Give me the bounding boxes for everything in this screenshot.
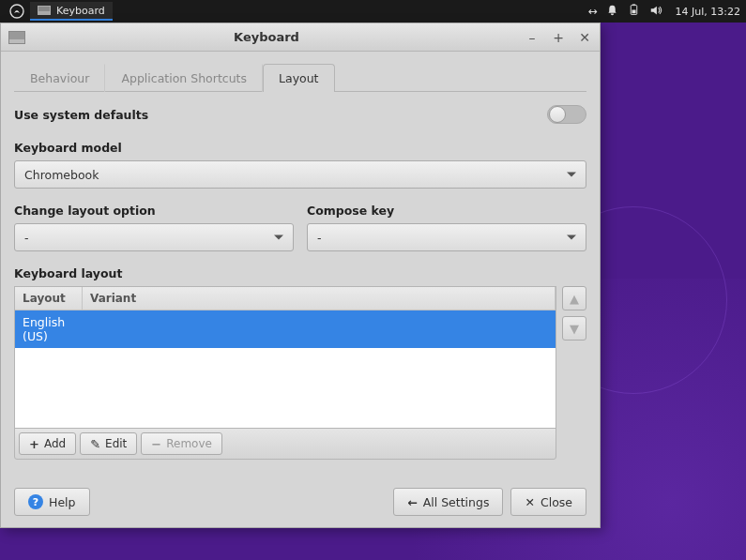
minimize-button[interactable]: – [525,30,540,45]
remove-label: Remove [166,437,212,450]
edit-label: Edit [105,437,127,450]
change-layout-label: Change layout option [14,204,294,218]
cell-layout: English (US) [23,315,90,343]
svg-rect-2 [632,4,634,5]
keyboard-layout-label: Keyboard layout [14,266,586,280]
help-button[interactable]: ? Help [14,488,90,516]
arrow-down-icon: ▼ [570,322,579,336]
edit-layout-button[interactable]: ✎Edit [80,432,137,455]
add-layout-button[interactable]: +Add [19,432,76,455]
move-down-button[interactable]: ▼ [562,316,586,341]
add-label: Add [44,437,66,450]
clock[interactable]: 14 Jul, 13:22 [676,6,740,18]
keyboard-model-select[interactable]: Chromebook [14,160,586,189]
close-button[interactable]: ✕ Close [510,488,586,516]
tab-behaviour[interactable]: Behaviour [14,64,105,92]
close-window-button[interactable]: ✕ [577,30,592,45]
svg-rect-3 [632,10,635,14]
dialog-footer: ? Help ← All Settings ✕ Close [1,477,600,527]
keyboard-settings-window: Keyboard – + ✕ Behaviour Application Sho… [0,23,601,528]
close-icon: ✕ [525,495,534,509]
keyboard-model-value: Chromebook [24,168,99,182]
system-defaults-toggle[interactable] [547,105,586,124]
help-label: Help [49,495,76,509]
all-settings-label: All Settings [423,495,490,509]
tab-application-shortcuts[interactable]: Application Shortcuts [105,64,263,92]
taskbar-item-label: Keyboard [56,5,105,17]
compose-key-value: - [317,231,322,245]
tab-bar: Behaviour Application Shortcuts Layout [14,63,586,92]
change-layout-select[interactable]: - [14,223,294,251]
window-title: Keyboard [8,30,525,44]
move-up-button[interactable]: ▲ [562,286,586,310]
toggle-knob [549,106,566,123]
help-icon: ? [28,494,43,509]
keyboard-icon [38,6,51,15]
minus-icon: − [151,437,161,451]
keyboard-model-label: Keyboard model [14,141,586,155]
remove-layout-button[interactable]: −Remove [141,432,222,455]
taskbar-item-keyboard[interactable]: Keyboard [30,2,113,21]
notifications-icon[interactable] [606,4,618,19]
column-header-layout[interactable]: Layout [15,287,83,310]
all-settings-button[interactable]: ← All Settings [393,488,503,516]
column-header-variant[interactable]: Variant [83,287,556,310]
tab-layout[interactable]: Layout [263,64,335,92]
keyboard-icon [8,31,25,44]
whisker-menu-button[interactable] [6,2,28,21]
compose-key-label: Compose key [307,204,586,218]
system-defaults-label: Use system defaults [14,108,148,122]
titlebar[interactable]: Keyboard – + ✕ [1,23,600,52]
maximize-button[interactable]: + [551,30,566,45]
arrow-up-icon: ▲ [570,292,579,306]
back-icon: ← [407,495,417,509]
battery-icon[interactable] [628,4,640,19]
change-layout-value: - [24,231,29,245]
plus-icon: + [29,437,39,451]
table-row[interactable]: English (US) [15,310,556,348]
top-panel: Keyboard ↔ 14 Jul, 13:22 [0,0,746,23]
network-icon[interactable]: ↔ [587,5,596,18]
pencil-icon: ✎ [90,437,100,451]
xubuntu-icon [9,4,24,19]
close-label: Close [540,495,572,509]
compose-key-select[interactable]: - [307,223,586,251]
volume-icon[interactable] [649,4,662,20]
layout-table: Layout Variant English (US) [14,286,556,429]
